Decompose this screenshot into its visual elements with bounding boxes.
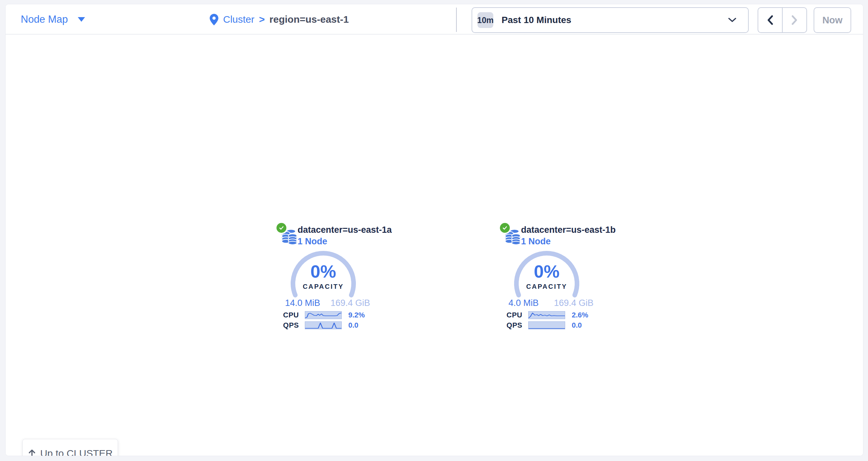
chevron-left-icon	[767, 15, 773, 25]
capacity-total: 169.4 GiB	[331, 298, 370, 308]
chevron-right-icon	[791, 15, 798, 25]
datacenter-stats: CPU 2.6% QPS 0.0	[497, 311, 596, 332]
qps-label: QPS	[497, 321, 522, 330]
breadcrumb-separator: >	[259, 14, 265, 25]
capacity-total: 169.4 GiB	[554, 298, 593, 308]
view-selector-dropdown[interactable]: Node Map	[21, 4, 85, 35]
capacity-gauge: 0% CAPACITY	[287, 250, 360, 300]
healthy-check-icon	[500, 223, 510, 233]
node-map-canvas: datacenter=us-east-1a 1 Node 0% CAPACITY…	[6, 35, 863, 456]
now-button[interactable]: Now	[814, 7, 851, 33]
time-range-selector[interactable]: 10m Past 10 Minutes	[471, 7, 749, 33]
up-to-cluster-label: Up to CLUSTER	[40, 448, 113, 456]
cpu-label: CPU	[274, 311, 299, 320]
cpu-sparkline	[305, 311, 342, 319]
capacity-values: 14.0 MiB 169.4 GiB	[274, 298, 373, 308]
qps-value: 0.0	[572, 321, 582, 330]
view-selector-label: Node Map	[21, 13, 68, 25]
datacenter-labels: datacenter=us-east-1b 1 Node	[521, 225, 616, 246]
header-divider	[456, 7, 457, 32]
capacity-label: CAPACITY	[287, 283, 360, 290]
time-range-badge: 10m	[477, 12, 493, 28]
datacenter-node-count: 1 Node	[298, 236, 392, 246]
cpu-label: CPU	[497, 311, 522, 320]
arrow-up-icon	[28, 449, 36, 456]
up-to-cluster-button[interactable]: Up to CLUSTER	[23, 439, 118, 456]
cpu-row: CPU 9.2%	[274, 311, 373, 319]
qps-sparkline	[305, 321, 342, 329]
datacenter-card-us-east-1b[interactable]: datacenter=us-east-1b 1 Node 0% CAPACITY…	[497, 224, 596, 333]
qps-label: QPS	[274, 321, 299, 330]
breadcrumb-current: region=us-east-1	[270, 14, 349, 25]
time-nav-group	[757, 7, 807, 33]
capacity-used: 4.0 MiB	[508, 298, 539, 308]
datacenter-node-count: 1 Node	[521, 236, 616, 246]
datacenter-stats: CPU 9.2% QPS 0.0	[274, 311, 373, 332]
breadcrumb-cluster-link[interactable]: Cluster	[223, 14, 254, 25]
datacenter-name: datacenter=us-east-1b	[521, 225, 616, 235]
healthy-check-icon	[277, 223, 286, 233]
datacenter-labels: datacenter=us-east-1a 1 Node	[298, 225, 392, 246]
node-map-panel: Node Map Cluster > region=us-east-1 10m …	[5, 4, 863, 456]
datacenter-card-us-east-1a[interactable]: datacenter=us-east-1a 1 Node 0% CAPACITY…	[274, 224, 373, 333]
datacenter-header: datacenter=us-east-1a 1 Node	[274, 224, 373, 249]
capacity-percent: 0%	[510, 261, 583, 282]
header-bar: Node Map Cluster > region=us-east-1 10m …	[6, 4, 863, 35]
capacity-gauge: 0% CAPACITY	[510, 250, 583, 300]
qps-row: QPS 0.0	[274, 321, 373, 329]
cpu-value: 9.2%	[348, 311, 365, 320]
time-prev-button[interactable]	[758, 8, 782, 32]
qps-value: 0.0	[348, 321, 359, 330]
datacenter-name: datacenter=us-east-1a	[298, 225, 392, 235]
qps-sparkline	[528, 321, 565, 329]
capacity-values: 4.0 MiB 169.4 GiB	[497, 298, 596, 308]
map-pin-icon	[210, 14, 218, 25]
time-range-label: Past 10 Minutes	[501, 15, 571, 25]
time-next-button[interactable]	[782, 8, 806, 32]
capacity-label: CAPACITY	[510, 283, 583, 290]
capacity-used: 14.0 MiB	[285, 298, 320, 308]
caret-down-icon	[78, 17, 85, 22]
chevron-down-icon	[728, 18, 736, 22]
cpu-value: 2.6%	[572, 311, 588, 320]
datacenter-header: datacenter=us-east-1b 1 Node	[497, 224, 596, 249]
cpu-sparkline	[528, 311, 565, 319]
breadcrumb: Cluster > region=us-east-1	[210, 4, 349, 35]
cpu-row: CPU 2.6%	[497, 311, 596, 319]
qps-row: QPS 0.0	[497, 321, 596, 329]
capacity-percent: 0%	[287, 261, 360, 282]
